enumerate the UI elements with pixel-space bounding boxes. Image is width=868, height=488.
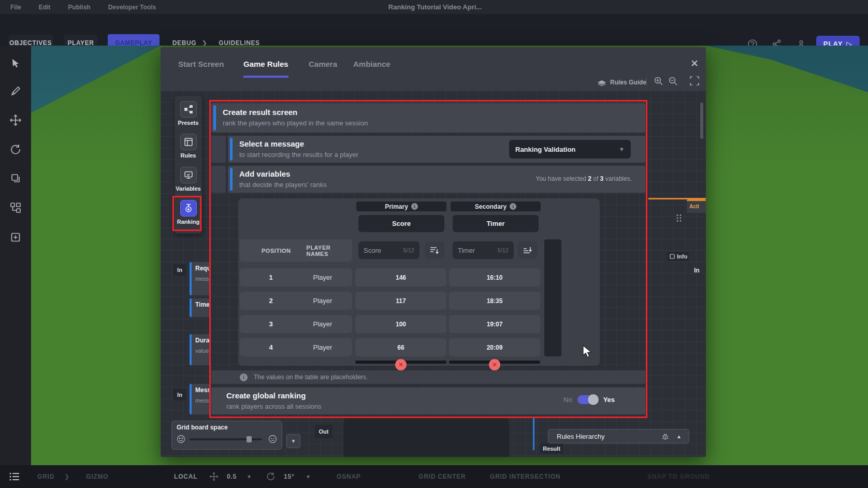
gizmo-button[interactable]: GIZMO [86, 465, 108, 488]
rules-guide-label: Rules Guide [610, 79, 646, 86]
section-connector [211, 136, 226, 163]
section-global-ranking[interactable]: Create global ranking rank players acros… [211, 387, 645, 414]
active-panel-tab[interactable]: Acti [687, 199, 706, 213]
score-error-icon[interactable]: ✕ [395, 359, 407, 370]
sidebar-item-rules[interactable]: Rules [175, 134, 202, 159]
board-space-slider[interactable] [190, 438, 262, 440]
node-stub-duration[interactable]: Dura value [190, 334, 209, 365]
menu-developer-tools[interactable]: Developer Tools [108, 4, 156, 11]
modal-tab-ambiance[interactable]: Ambiance [353, 60, 390, 76]
close-icon[interactable]: ✕ [688, 56, 701, 70]
info-icon[interactable]: i [510, 203, 516, 210]
table-column-headers: POSITION PLAYER NAMES [240, 239, 352, 262]
bug-icon[interactable] [661, 433, 669, 440]
section-create-result-screen[interactable]: Create result screen rank the players wh… [211, 103, 645, 133]
sidebar-item-presets[interactable]: Presets [175, 101, 202, 126]
toolbar-divider [646, 77, 647, 87]
secondary-column-header: Secondary i [451, 202, 541, 211]
score-filter-input[interactable]: Score 5/12 [358, 241, 419, 259]
timer-error-icon[interactable]: ✕ [489, 359, 500, 370]
variables-icon [180, 167, 197, 183]
canvas-scrollbar[interactable] [700, 103, 703, 139]
sort-ascending-icon[interactable] [518, 241, 538, 259]
row-player-name: Player [302, 338, 343, 356]
duplicate-icon[interactable] [7, 170, 24, 186]
result-node-chip[interactable]: Result [540, 443, 563, 454]
menu-file[interactable]: File [10, 4, 21, 11]
node-stub-message[interactable]: Mess messa [190, 384, 209, 414]
node-subtitle: value [195, 348, 209, 354]
row-position: 3 [263, 315, 279, 333]
chevron-down-icon: ▼ [619, 146, 625, 152]
sidebar-item-variables[interactable]: Variables [175, 167, 202, 192]
section-accent-bar [230, 168, 233, 191]
primary-variable-button[interactable]: Score [358, 215, 444, 232]
menu-edit[interactable]: Edit [39, 4, 51, 11]
chevron-down-icon[interactable]: ▾ [307, 465, 310, 488]
modal-tab-game-rules[interactable]: Game Rules [243, 60, 288, 78]
rotate-step-value[interactable]: 15° [284, 465, 295, 488]
rules-hierarchy-label: Rules Hierarchy [557, 433, 661, 440]
bottom-node-panel[interactable] [343, 418, 509, 457]
section-title: Create global ranking [226, 391, 306, 400]
info-icon: i [240, 374, 248, 381]
modal-tab-start-screen[interactable]: Start Screen [178, 60, 224, 76]
note-text: The values on the table are placeholders… [254, 374, 368, 381]
message-dropdown[interactable]: Ranking Validation ▼ [509, 140, 631, 159]
grid-menu-button[interactable]: GRID [37, 465, 54, 488]
section-accent-bar [230, 138, 233, 161]
zoom-out-icon[interactable] [668, 76, 678, 89]
move-step-value[interactable]: 0.5 [227, 465, 237, 488]
timer-filter-input[interactable]: Timer 5/12 [453, 241, 514, 259]
global-ranking-toggle[interactable] [577, 395, 598, 404]
move-tool-icon[interactable] [7, 112, 24, 128]
draw-pen-icon[interactable] [7, 83, 24, 99]
secondary-variable-button[interactable]: Timer [453, 215, 539, 232]
info-node-chip[interactable]: Info [667, 252, 689, 261]
placeholder-note: i The values on the table are placeholde… [211, 370, 645, 384]
grid-chevron-icon[interactable]: ❯ [64, 465, 70, 488]
rules-guide-button[interactable]: Rules Guide [597, 76, 646, 89]
node-stub-request[interactable]: Requ messa [190, 262, 209, 295]
node-stub-timer[interactable]: Time [190, 298, 209, 317]
section-subtitle: to start recording the results for a pla… [239, 151, 358, 159]
select-cursor-icon[interactable] [7, 55, 24, 71]
ranking-table-panel: Primary i Secondary i Score Timer POSITI… [238, 198, 600, 366]
sad-face-icon [268, 435, 277, 443]
zoom-in-icon[interactable] [654, 76, 663, 89]
group-nodes-icon[interactable] [7, 199, 24, 216]
collapse-icon[interactable]: ▲ [676, 434, 682, 439]
filter-value: Score [364, 247, 403, 254]
local-mode-button[interactable]: LOCAL [174, 465, 197, 488]
position-header: POSITION [262, 248, 291, 254]
primary-label: Primary [385, 203, 408, 210]
row-pill: 4 Player [240, 338, 352, 356]
row-timer: 19:07 [449, 315, 540, 333]
ranking-label: Ranking [175, 219, 202, 225]
rotate-tool-icon[interactable] [7, 141, 24, 157]
sidebar-item-ranking[interactable]: Ranking [175, 200, 202, 225]
section-subtitle: rank the players who played in the same … [223, 119, 368, 127]
drag-handle-icon[interactable] [676, 214, 683, 223]
note-suffix: variables. [603, 175, 632, 182]
node-port-in[interactable]: In [173, 264, 186, 276]
add-frame-icon[interactable] [7, 229, 24, 246]
status-bar: GRID ❯ GIZMO GLOBAL LOCAL 0.5 ▾ 15° ▾ OS… [0, 465, 868, 488]
node-port-out[interactable]: Out [315, 425, 332, 438]
rules-hierarchy-panel[interactable]: Rules Hierarchy ▲ [548, 429, 689, 443]
fullscreen-icon[interactable] [690, 76, 699, 89]
chevron-down-icon[interactable]: ▾ [248, 465, 251, 488]
slider-thumb[interactable] [247, 436, 252, 442]
node-title: Requ [195, 265, 209, 272]
panel-dropdown-button[interactable]: ▼ [286, 434, 300, 448]
table-scrollbar[interactable] [544, 239, 561, 356]
sort-descending-icon[interactable] [425, 241, 444, 259]
menu-publish[interactable]: Publish [68, 4, 90, 11]
editor-toolbar: OBJECTIVES PLAYER GAMEPLAY DEBUG ❯ GUIDE… [0, 14, 868, 46]
rotate-step-icon [266, 472, 275, 481]
info-icon[interactable]: i [411, 203, 418, 210]
list-icon[interactable] [9, 472, 20, 481]
node-port-in[interactable]: In [173, 389, 186, 400]
row-pill: 2 Player [240, 292, 352, 310]
modal-tab-camera[interactable]: Camera [309, 60, 337, 76]
